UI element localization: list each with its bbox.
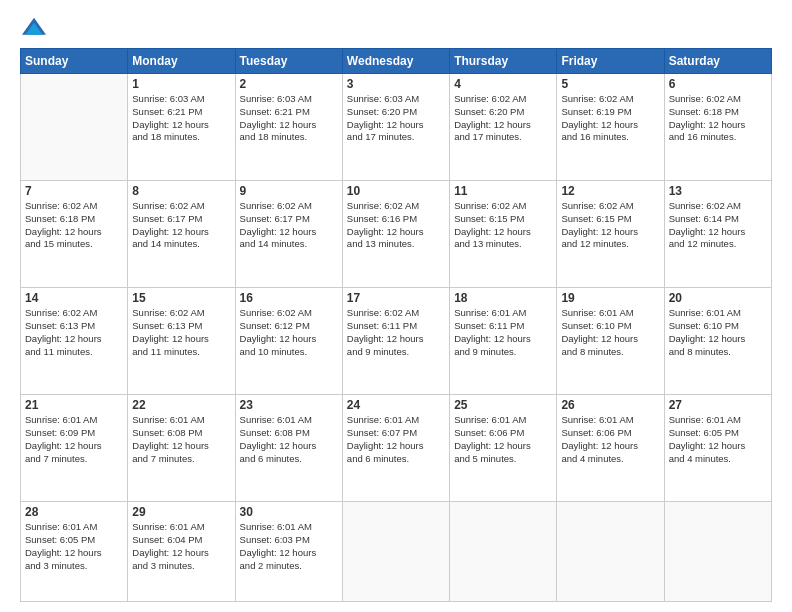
day-number: 16: [240, 291, 338, 305]
day-number: 2: [240, 77, 338, 91]
day-cell: [21, 74, 128, 181]
day-number: 3: [347, 77, 445, 91]
day-cell: 4Sunrise: 6:02 AM Sunset: 6:20 PM Daylig…: [450, 74, 557, 181]
day-number: 12: [561, 184, 659, 198]
day-cell: 8Sunrise: 6:02 AM Sunset: 6:17 PM Daylig…: [128, 181, 235, 288]
day-info: Sunrise: 6:01 AM Sunset: 6:05 PM Dayligh…: [25, 521, 123, 572]
day-cell: 20Sunrise: 6:01 AM Sunset: 6:10 PM Dayli…: [664, 288, 771, 395]
day-number: 22: [132, 398, 230, 412]
day-info: Sunrise: 6:02 AM Sunset: 6:14 PM Dayligh…: [669, 200, 767, 251]
day-info: Sunrise: 6:01 AM Sunset: 6:10 PM Dayligh…: [669, 307, 767, 358]
weekday-tuesday: Tuesday: [235, 49, 342, 74]
day-info: Sunrise: 6:02 AM Sunset: 6:16 PM Dayligh…: [347, 200, 445, 251]
day-number: 1: [132, 77, 230, 91]
page: SundayMondayTuesdayWednesdayThursdayFrid…: [0, 0, 792, 612]
day-cell: 18Sunrise: 6:01 AM Sunset: 6:11 PM Dayli…: [450, 288, 557, 395]
day-number: 20: [669, 291, 767, 305]
day-number: 15: [132, 291, 230, 305]
weekday-sunday: Sunday: [21, 49, 128, 74]
day-info: Sunrise: 6:03 AM Sunset: 6:20 PM Dayligh…: [347, 93, 445, 144]
weekday-monday: Monday: [128, 49, 235, 74]
weekday-header-row: SundayMondayTuesdayWednesdayThursdayFrid…: [21, 49, 772, 74]
day-cell: 30Sunrise: 6:01 AM Sunset: 6:03 PM Dayli…: [235, 502, 342, 602]
day-cell: 5Sunrise: 6:02 AM Sunset: 6:19 PM Daylig…: [557, 74, 664, 181]
day-cell: 13Sunrise: 6:02 AM Sunset: 6:14 PM Dayli…: [664, 181, 771, 288]
day-info: Sunrise: 6:02 AM Sunset: 6:12 PM Dayligh…: [240, 307, 338, 358]
day-info: Sunrise: 6:01 AM Sunset: 6:07 PM Dayligh…: [347, 414, 445, 465]
day-cell: 19Sunrise: 6:01 AM Sunset: 6:10 PM Dayli…: [557, 288, 664, 395]
day-info: Sunrise: 6:02 AM Sunset: 6:11 PM Dayligh…: [347, 307, 445, 358]
day-info: Sunrise: 6:02 AM Sunset: 6:15 PM Dayligh…: [561, 200, 659, 251]
day-info: Sunrise: 6:01 AM Sunset: 6:08 PM Dayligh…: [132, 414, 230, 465]
day-number: 4: [454, 77, 552, 91]
day-info: Sunrise: 6:03 AM Sunset: 6:21 PM Dayligh…: [240, 93, 338, 144]
week-row-1: 1Sunrise: 6:03 AM Sunset: 6:21 PM Daylig…: [21, 74, 772, 181]
day-cell: 27Sunrise: 6:01 AM Sunset: 6:05 PM Dayli…: [664, 395, 771, 502]
week-row-4: 21Sunrise: 6:01 AM Sunset: 6:09 PM Dayli…: [21, 395, 772, 502]
day-cell: [664, 502, 771, 602]
day-cell: [557, 502, 664, 602]
week-row-3: 14Sunrise: 6:02 AM Sunset: 6:13 PM Dayli…: [21, 288, 772, 395]
weekday-saturday: Saturday: [664, 49, 771, 74]
day-cell: 22Sunrise: 6:01 AM Sunset: 6:08 PM Dayli…: [128, 395, 235, 502]
day-number: 6: [669, 77, 767, 91]
day-cell: 7Sunrise: 6:02 AM Sunset: 6:18 PM Daylig…: [21, 181, 128, 288]
day-info: Sunrise: 6:02 AM Sunset: 6:13 PM Dayligh…: [132, 307, 230, 358]
day-info: Sunrise: 6:02 AM Sunset: 6:18 PM Dayligh…: [25, 200, 123, 251]
day-info: Sunrise: 6:02 AM Sunset: 6:17 PM Dayligh…: [132, 200, 230, 251]
day-number: 7: [25, 184, 123, 198]
day-number: 14: [25, 291, 123, 305]
day-cell: 6Sunrise: 6:02 AM Sunset: 6:18 PM Daylig…: [664, 74, 771, 181]
day-number: 27: [669, 398, 767, 412]
weekday-wednesday: Wednesday: [342, 49, 449, 74]
day-cell: 17Sunrise: 6:02 AM Sunset: 6:11 PM Dayli…: [342, 288, 449, 395]
day-cell: 9Sunrise: 6:02 AM Sunset: 6:17 PM Daylig…: [235, 181, 342, 288]
logo: [20, 16, 52, 40]
day-number: 17: [347, 291, 445, 305]
day-number: 18: [454, 291, 552, 305]
day-info: Sunrise: 6:01 AM Sunset: 6:11 PM Dayligh…: [454, 307, 552, 358]
day-cell: 29Sunrise: 6:01 AM Sunset: 6:04 PM Dayli…: [128, 502, 235, 602]
day-info: Sunrise: 6:01 AM Sunset: 6:06 PM Dayligh…: [454, 414, 552, 465]
day-cell: 2Sunrise: 6:03 AM Sunset: 6:21 PM Daylig…: [235, 74, 342, 181]
day-cell: [342, 502, 449, 602]
day-info: Sunrise: 6:01 AM Sunset: 6:08 PM Dayligh…: [240, 414, 338, 465]
day-number: 24: [347, 398, 445, 412]
weekday-thursday: Thursday: [450, 49, 557, 74]
day-cell: 15Sunrise: 6:02 AM Sunset: 6:13 PM Dayli…: [128, 288, 235, 395]
day-info: Sunrise: 6:01 AM Sunset: 6:09 PM Dayligh…: [25, 414, 123, 465]
day-number: 25: [454, 398, 552, 412]
day-number: 21: [25, 398, 123, 412]
day-info: Sunrise: 6:01 AM Sunset: 6:10 PM Dayligh…: [561, 307, 659, 358]
day-number: 5: [561, 77, 659, 91]
day-info: Sunrise: 6:02 AM Sunset: 6:18 PM Dayligh…: [669, 93, 767, 144]
weekday-friday: Friday: [557, 49, 664, 74]
day-cell: 23Sunrise: 6:01 AM Sunset: 6:08 PM Dayli…: [235, 395, 342, 502]
day-number: 26: [561, 398, 659, 412]
day-number: 13: [669, 184, 767, 198]
day-number: 30: [240, 505, 338, 519]
day-cell: 11Sunrise: 6:02 AM Sunset: 6:15 PM Dayli…: [450, 181, 557, 288]
day-cell: 3Sunrise: 6:03 AM Sunset: 6:20 PM Daylig…: [342, 74, 449, 181]
day-number: 29: [132, 505, 230, 519]
day-info: Sunrise: 6:02 AM Sunset: 6:13 PM Dayligh…: [25, 307, 123, 358]
day-cell: 10Sunrise: 6:02 AM Sunset: 6:16 PM Dayli…: [342, 181, 449, 288]
day-cell: 26Sunrise: 6:01 AM Sunset: 6:06 PM Dayli…: [557, 395, 664, 502]
day-number: 9: [240, 184, 338, 198]
day-info: Sunrise: 6:01 AM Sunset: 6:05 PM Dayligh…: [669, 414, 767, 465]
week-row-5: 28Sunrise: 6:01 AM Sunset: 6:05 PM Dayli…: [21, 502, 772, 602]
day-cell: 25Sunrise: 6:01 AM Sunset: 6:06 PM Dayli…: [450, 395, 557, 502]
day-cell: 14Sunrise: 6:02 AM Sunset: 6:13 PM Dayli…: [21, 288, 128, 395]
day-cell: [450, 502, 557, 602]
day-cell: 24Sunrise: 6:01 AM Sunset: 6:07 PM Dayli…: [342, 395, 449, 502]
day-info: Sunrise: 6:02 AM Sunset: 6:15 PM Dayligh…: [454, 200, 552, 251]
day-number: 23: [240, 398, 338, 412]
logo-icon: [20, 16, 48, 40]
day-info: Sunrise: 6:01 AM Sunset: 6:03 PM Dayligh…: [240, 521, 338, 572]
day-number: 8: [132, 184, 230, 198]
header: [20, 16, 772, 40]
day-number: 28: [25, 505, 123, 519]
day-cell: 1Sunrise: 6:03 AM Sunset: 6:21 PM Daylig…: [128, 74, 235, 181]
day-info: Sunrise: 6:01 AM Sunset: 6:04 PM Dayligh…: [132, 521, 230, 572]
day-info: Sunrise: 6:03 AM Sunset: 6:21 PM Dayligh…: [132, 93, 230, 144]
